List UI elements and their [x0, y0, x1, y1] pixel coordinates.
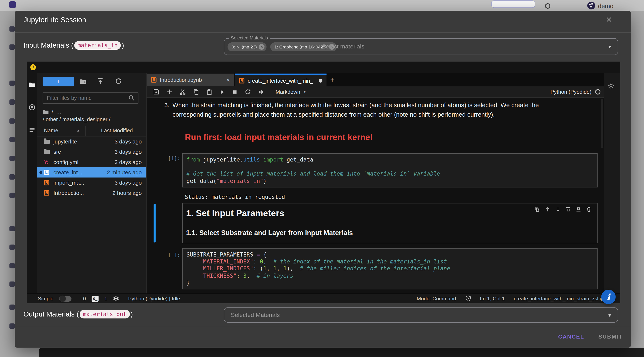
jupyterlite-session-dialog: JupyterLite Session × Input Materials (m…: [15, 11, 631, 348]
username-label: demo: [598, 3, 614, 10]
breadcrumb: / …: [43, 108, 62, 115]
filebrowser-tab-icon[interactable]: [29, 81, 35, 88]
column-name[interactable]: Name: [44, 127, 58, 133]
file-row[interactable]: Y: config.yml 3 days ago: [37, 157, 146, 167]
input-materials-label: Input Materials (materials_in): [24, 41, 124, 50]
cancel-button[interactable]: CANCEL: [558, 334, 584, 340]
file-row[interactable]: Introductio... 2 hours ago: [37, 188, 146, 198]
file-icon: [44, 180, 49, 185]
chip-delete-icon[interactable]: ×: [259, 44, 264, 50]
tab-introduction[interactable]: Introduction.ipynb ×: [147, 74, 234, 86]
restart-kernel-icon[interactable]: [245, 89, 251, 95]
info-icon: i: [607, 292, 610, 302]
file-row[interactable]: jupyterlite 3 days ago: [37, 136, 146, 147]
dialog-title: JupyterLite Session: [24, 16, 86, 24]
cell-prompt: [ ]:: [163, 252, 180, 258]
file-modified: 3 days ago: [114, 159, 142, 165]
kernel-status-text[interactable]: Python (Pyodide) | Idle: [128, 296, 180, 301]
chevron-down-icon[interactable]: ▼: [608, 312, 612, 317]
kernel-name[interactable]: Python (Pyodide): [550, 89, 592, 95]
material-chip[interactable]: 0: Ni (mp-23) ×: [228, 42, 267, 51]
code-cell-1[interactable]: from jupyterlite.utils import get_data #…: [182, 153, 598, 188]
search-icon[interactable]: [545, 3, 550, 9]
cell-output: Status: materials_in requested: [185, 194, 285, 200]
file-modified: 3 days ago: [114, 180, 142, 186]
file-icon: [44, 140, 50, 144]
cell-type-dropdown[interactable]: Markdown ▼: [276, 89, 306, 95]
table-of-contents-icon[interactable]: [29, 127, 35, 133]
stop-icon[interactable]: [232, 89, 238, 95]
sort-asc-icon: ▲: [76, 128, 80, 132]
running-dot: [40, 171, 42, 174]
info-button[interactable]: i: [601, 290, 616, 304]
notebook-scrollbar[interactable]: [601, 99, 603, 148]
background-search-input[interactable]: [491, 1, 535, 8]
running-kernels-icon[interactable]: [29, 104, 35, 111]
filter-search-icon: [128, 95, 134, 101]
file-name: create_int...: [54, 169, 82, 175]
markdown-h1: 1. Set Input Parameters: [186, 208, 284, 219]
save-icon[interactable]: [153, 89, 159, 95]
activity-bar: [26, 73, 37, 293]
breadcrumb-ellipsis[interactable]: …: [56, 108, 62, 115]
submit-button[interactable]: SUBMIT: [598, 334, 623, 340]
tab-close-icon[interactable]: ×: [226, 76, 230, 83]
select-legend: Selected Materials: [229, 35, 270, 40]
unsaved-dot-icon: [319, 79, 322, 83]
chevron-down-icon: ▼: [303, 90, 306, 94]
insert-cell-below-icon[interactable]: [576, 207, 581, 212]
upload-icon[interactable]: [97, 78, 104, 85]
breadcrumb-root[interactable]: /: [52, 108, 53, 115]
avatar[interactable]: [588, 2, 595, 10]
material-chip-label: 0: Ni (mp-23): [232, 45, 257, 50]
refresh-icon[interactable]: [115, 78, 122, 85]
kernel-chip-icon[interactable]: [113, 295, 119, 302]
file-icon: [44, 190, 49, 195]
command-mode-label[interactable]: Mode: Command: [417, 296, 456, 301]
markdown-cell-selected[interactable]: 1. Set Input Parameters 1.1. Select Subs…: [182, 203, 598, 243]
app-logo: [9, 1, 16, 8]
chevron-down-icon[interactable]: ▼: [608, 44, 612, 49]
insert-cell-above-icon[interactable]: [566, 207, 571, 212]
run-icon[interactable]: [219, 89, 225, 95]
paste-icon[interactable]: [206, 89, 212, 95]
duplicate-cell-icon[interactable]: [535, 207, 540, 212]
move-cell-down-icon[interactable]: [555, 207, 560, 212]
add-tab-icon[interactable]: +: [326, 74, 338, 86]
file-modified: 2 hours ago: [112, 190, 142, 196]
close-icon[interactable]: ×: [606, 15, 612, 24]
kernel-status-icon[interactable]: [595, 89, 600, 94]
file-row[interactable]: create_int... 2 minutes ago: [37, 167, 146, 177]
file-name: jupyterlite: [54, 138, 77, 145]
simple-mode-toggle[interactable]: [59, 296, 72, 301]
screen: demo JupyterLite Session × Input Materia…: [0, 0, 644, 357]
breadcrumb-path[interactable]: / other / materials_designer /: [43, 116, 110, 122]
shield-icon[interactable]: [465, 295, 471, 302]
copy-icon[interactable]: [193, 89, 199, 95]
column-last-modified[interactable]: Last Modified: [101, 127, 133, 133]
new-folder-icon[interactable]: [80, 78, 86, 85]
jupyter-statusbar: Simple 0 $_ 1 Python (Pyodide) | Idle Mo…: [26, 293, 620, 303]
input-materials-select[interactable]: Selected Materials 0: Ni (mp-23) × 1: Gr…: [224, 38, 618, 55]
run-all-icon[interactable]: [258, 89, 265, 95]
file-row[interactable]: import_ma... 3 days ago: [37, 177, 146, 188]
terminal-icon[interactable]: $_: [92, 296, 98, 301]
move-cell-up-icon[interactable]: [545, 207, 550, 212]
insert-cell-icon[interactable]: [166, 89, 172, 95]
cut-icon[interactable]: [180, 89, 186, 95]
cursor-position[interactable]: Ln 1, Col 1: [480, 296, 504, 301]
markdown-h2: 1.1. Select Substrate and Layer from Inp…: [186, 229, 353, 237]
file-modified: 2 minutes ago: [107, 169, 142, 175]
notebook-pane: Introduction.ipynb × create_interface_wi…: [146, 73, 604, 293]
kernels-count: 1: [104, 296, 107, 301]
output-select-value: Selected Materials: [231, 311, 280, 318]
jupyterlab-frame: j: [26, 62, 620, 303]
delete-cell-icon[interactable]: [586, 207, 592, 212]
gear-icon[interactable]: [608, 82, 614, 89]
new-launcher-button[interactable]: +: [43, 77, 74, 86]
code-cell-2[interactable]: SUBSTRATE_PARAMETERS = { "MATERIAL_INDEX…: [182, 248, 598, 289]
output-materials-select[interactable]: Selected Materials ▼: [224, 307, 618, 322]
filter-files-input[interactable]: [43, 93, 138, 104]
file-row[interactable]: src 3 days ago: [37, 147, 146, 157]
tab-create-interface[interactable]: create_interface_with_min_: [235, 74, 326, 86]
